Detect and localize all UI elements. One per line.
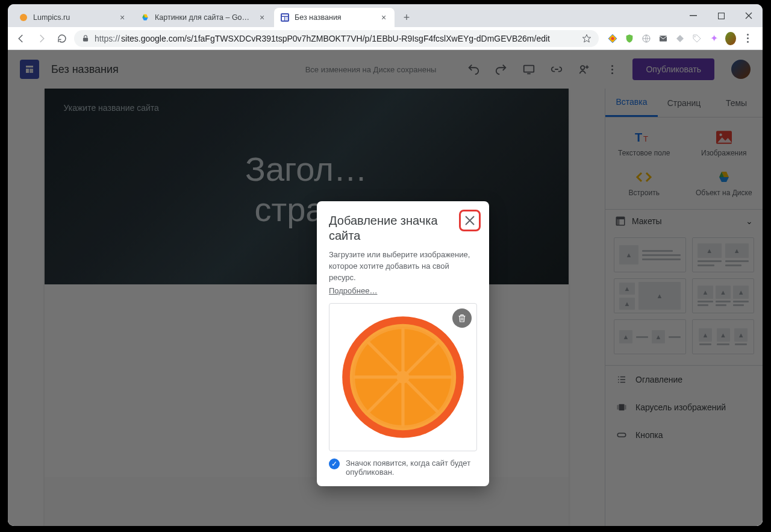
- shield-icon[interactable]: [624, 33, 635, 44]
- close-icon: [464, 215, 475, 226]
- ext-icon[interactable]: [607, 33, 618, 44]
- app-area: Без названия Все изменения на Диске сохр…: [8, 50, 763, 526]
- svg-rect-16: [660, 36, 667, 41]
- svg-marker-17: [676, 35, 684, 42]
- minimize-icon[interactable]: [679, 4, 707, 27]
- svg-point-18: [695, 36, 696, 37]
- trash-icon: [457, 313, 467, 323]
- browser-tab-drive[interactable]: Картинки для сайта – Google Д… ×: [134, 8, 273, 27]
- dialog-note: ✓ Значок появится, когда сайт будет опуб…: [329, 458, 477, 477]
- globe-icon[interactable]: [641, 33, 652, 44]
- svg-rect-11: [83, 37, 88, 41]
- favicon-preview: [329, 303, 477, 451]
- lock-icon: [81, 34, 90, 43]
- star-icon[interactable]: [582, 34, 592, 43]
- orange-dot-icon: [19, 13, 28, 22]
- browser-tab-lumpics[interactable]: Lumpics.ru ×: [13, 8, 133, 27]
- url-text: sites.google.com/s/1faFgTWSXDCvR391tspP0…: [121, 34, 550, 43]
- tab-strip: Lumpics.ru × Картинки для сайта – Google…: [8, 4, 763, 27]
- back-icon[interactable]: [13, 30, 30, 47]
- address-bar[interactable]: https://sites.google.com/s/1faFgTWSXDCvR…: [74, 30, 599, 47]
- note-text: Значок появится, когда сайт будет опубли…: [346, 458, 477, 477]
- reload-icon[interactable]: [54, 30, 70, 47]
- svg-rect-10: [718, 13, 724, 19]
- mail-icon[interactable]: [658, 33, 669, 44]
- diamond-icon[interactable]: [675, 33, 685, 44]
- spark-icon[interactable]: ✦: [708, 33, 719, 44]
- svg-point-52: [397, 371, 410, 383]
- close-tab-icon[interactable]: ×: [117, 13, 127, 22]
- svg-point-0: [20, 14, 27, 21]
- dialog-title: Добавление значка сайта: [329, 213, 477, 243]
- maximize-icon[interactable]: [707, 4, 735, 27]
- tab-label: Картинки для сайта – Google Д…: [155, 13, 252, 22]
- svg-rect-6: [282, 14, 288, 16]
- orange-slice-icon: [340, 314, 466, 440]
- learn-more-link[interactable]: Подробнее…: [329, 286, 377, 295]
- check-icon: ✓: [329, 458, 340, 469]
- sites-icon: [280, 13, 290, 22]
- tag-icon[interactable]: [691, 33, 702, 44]
- close-window-icon[interactable]: [735, 4, 763, 27]
- add-favicon-dialog: Добавление значка сайта Загрузите или вы…: [317, 201, 489, 486]
- extension-icons: ✦: [602, 33, 758, 44]
- svg-rect-9: [690, 15, 697, 16]
- dialog-description: Загрузите или выберите изображение, кото…: [329, 249, 477, 284]
- close-dialog-button[interactable]: [459, 210, 481, 231]
- drive-icon: [140, 13, 150, 22]
- close-tab-icon[interactable]: ×: [257, 13, 267, 22]
- window-controls: [679, 4, 763, 27]
- url-protocol: https://: [95, 34, 120, 43]
- tab-label: Lumpics.ru: [33, 13, 113, 22]
- browser-toolbar: https://sites.google.com/s/1faFgTWSXDCvR…: [8, 27, 763, 50]
- menu-icon[interactable]: [742, 33, 753, 44]
- forward-icon[interactable]: [33, 30, 50, 47]
- profile-avatar[interactable]: [725, 33, 736, 44]
- browser-window: Lumpics.ru × Картинки для сайта – Google…: [8, 4, 763, 526]
- close-tab-icon[interactable]: ×: [379, 13, 389, 22]
- svg-marker-4: [142, 17, 148, 20]
- browser-tab-sites[interactable]: Без названия ×: [274, 8, 395, 27]
- svg-rect-8: [285, 17, 288, 20]
- new-tab-button[interactable]: +: [398, 9, 415, 26]
- tab-label: Без названия: [295, 13, 374, 22]
- svg-rect-7: [282, 17, 284, 20]
- svg-point-14: [611, 37, 614, 40]
- delete-favicon-button[interactable]: [452, 308, 472, 328]
